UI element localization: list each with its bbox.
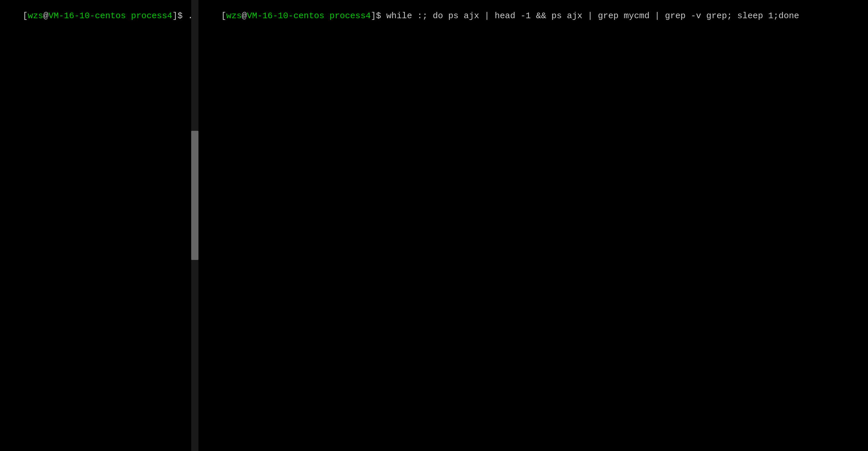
left-prompt-command: ./mycmd xyxy=(183,11,191,21)
left-terminal-prompt-line: [wzs@VM-16-10-centos process4]$ ./mycmd xyxy=(0,0,191,32)
right-prompt-dir: process4 xyxy=(330,11,371,21)
left-prompt-dir: process4 xyxy=(131,11,172,21)
left-prompt-dollar: $ xyxy=(178,11,183,21)
left-prompt-at: @ xyxy=(43,11,49,21)
left-bracket-open: [ xyxy=(23,11,28,21)
left-prompt-user: wzs xyxy=(28,11,43,21)
right-prompt-user: wzs xyxy=(226,11,242,21)
terminal-divider xyxy=(191,0,198,451)
right-prompt-dollar: $ xyxy=(376,11,381,21)
left-prompt-space xyxy=(126,11,131,21)
left-bracket-close: ] xyxy=(172,11,178,21)
right-terminal-prompt-line: [wzs@VM-16-10-centos process4]$ while :;… xyxy=(198,0,868,32)
left-terminal-pane[interactable]: [wzs@VM-16-10-centos process4]$ ./mycmd xyxy=(0,0,191,451)
scrollbar-track[interactable] xyxy=(191,0,198,451)
right-bracket-open: [ xyxy=(221,11,226,21)
right-prompt-host: VM-16-10-centos xyxy=(247,11,324,21)
scrollbar-thumb[interactable] xyxy=(191,131,198,260)
left-prompt-host: VM-16-10-centos xyxy=(48,11,126,21)
right-terminal-pane[interactable]: [wzs@VM-16-10-centos process4]$ while :;… xyxy=(198,0,868,451)
right-prompt-space xyxy=(324,11,330,21)
right-prompt-command: while :; do ps ajx | head -1 && ps ajx |… xyxy=(381,11,799,21)
right-bracket-close: ] xyxy=(371,11,376,21)
right-prompt-at: @ xyxy=(242,11,247,21)
